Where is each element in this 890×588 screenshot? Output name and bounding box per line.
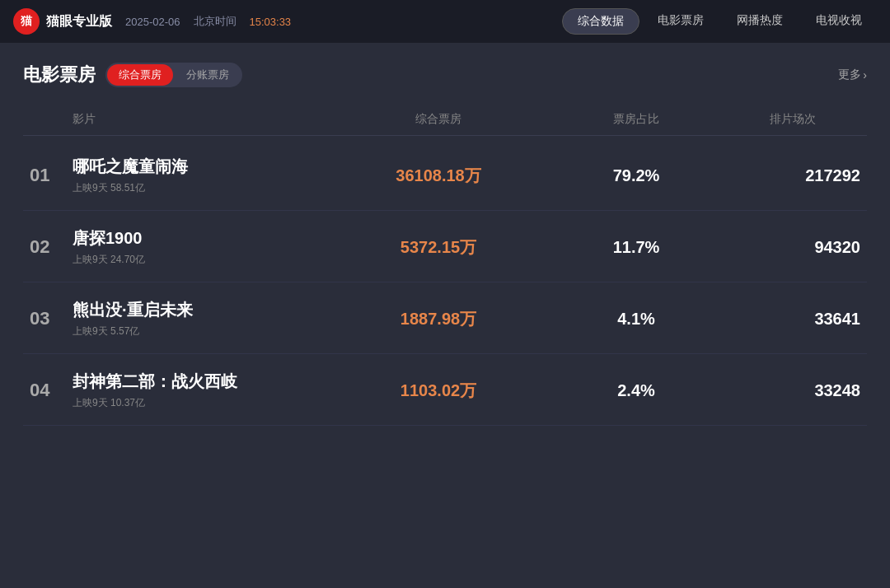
logo-icon: 猫 xyxy=(13,8,40,35)
box-office-3: 1887.98万 xyxy=(323,308,554,330)
box-office-4: 1103.02万 xyxy=(323,380,554,402)
film-info-3: 熊出没·重启未来 上映9天 5.57亿 xyxy=(73,299,323,338)
film-meta-1: 上映9天 58.51亿 xyxy=(73,181,323,195)
col-header-share: 票房占比 xyxy=(554,112,719,127)
more-link[interactable]: 更多 › xyxy=(838,68,867,82)
film-meta-2: 上映9天 24.70亿 xyxy=(73,253,323,267)
film-name-1: 哪吒之魔童闹海 xyxy=(73,156,323,178)
sessions-3: 33641 xyxy=(719,310,867,329)
sessions-2: 94320 xyxy=(719,238,867,257)
share-2: 11.7% xyxy=(554,238,719,257)
table-row: 01 哪吒之魔童闹海 上映9天 58.51亿 36108.18万 79.2% 2… xyxy=(23,139,867,211)
film-info-2: 唐探1900 上映9天 24.70亿 xyxy=(73,227,323,267)
film-name-4: 封神第二部：战火西岐 xyxy=(73,371,323,393)
film-meta-4: 上映9天 10.37亿 xyxy=(73,396,323,410)
share-3: 4.1% xyxy=(554,310,719,329)
nav-item-综合数据[interactable]: 综合数据 xyxy=(562,8,639,35)
col-header-rank xyxy=(23,112,73,127)
rank-3: 03 xyxy=(23,308,73,329)
nav-item-电影票房[interactable]: 电影票房 xyxy=(643,8,719,35)
main-content: 电影票房 综合票房 分账票房 更多 › 影片 综合票房 票房占比 排片场次 01… xyxy=(0,43,890,446)
rank-1: 01 xyxy=(23,165,73,186)
header-date: 2025-02-06 xyxy=(125,16,180,28)
box-office-1: 36108.18万 xyxy=(323,165,554,187)
col-header-film: 影片 xyxy=(73,112,323,127)
table-body: 01 哪吒之魔童闹海 上映9天 58.51亿 36108.18万 79.2% 2… xyxy=(23,139,867,426)
section-title-area: 电影票房 综合票房 分账票房 xyxy=(23,63,242,87)
tab-综合票房[interactable]: 综合票房 xyxy=(107,64,173,86)
rank-4: 04 xyxy=(23,380,73,401)
header-nav: 综合数据 电影票房 网播热度 电视收视 xyxy=(562,8,877,35)
header-time-prefix: 北京时间 xyxy=(194,14,237,29)
box-office-2: 5372.15万 xyxy=(323,236,554,259)
col-header-box-office: 综合票房 xyxy=(323,112,554,127)
sessions-1: 217292 xyxy=(719,166,867,185)
film-meta-3: 上映9天 5.57亿 xyxy=(73,324,323,338)
film-name-2: 唐探1900 xyxy=(73,227,323,250)
header-time-value: 15:03:33 xyxy=(250,16,292,28)
table-header: 影片 综合票房 票房占比 排片场次 xyxy=(23,104,867,136)
film-info-1: 哪吒之魔童闹海 上映9天 58.51亿 xyxy=(73,156,323,195)
nav-item-网播热度[interactable]: 网播热度 xyxy=(722,8,798,35)
tab-分账票房[interactable]: 分账票房 xyxy=(175,64,241,86)
section-header: 电影票房 综合票房 分账票房 更多 › xyxy=(23,63,867,87)
table-row: 04 封神第二部：战火西岐 上映9天 10.37亿 1103.02万 2.4% … xyxy=(23,354,867,426)
table-row: 03 熊出没·重启未来 上映9天 5.57亿 1887.98万 4.1% 336… xyxy=(23,282,867,354)
film-info-4: 封神第二部：战火西岐 上映9天 10.37亿 xyxy=(73,371,323,410)
section-title: 电影票房 xyxy=(23,63,96,87)
app-name: 猫眼专业版 xyxy=(46,13,112,30)
nav-item-电视收视[interactable]: 电视收视 xyxy=(801,8,877,35)
film-name-3: 熊出没·重启未来 xyxy=(73,299,323,321)
share-4: 2.4% xyxy=(554,381,719,400)
sessions-4: 33248 xyxy=(719,381,867,400)
col-header-sessions: 排片场次 xyxy=(719,112,867,127)
header: 猫 猫眼专业版 2025-02-06 北京时间 15:03:33 综合数据 电影… xyxy=(0,0,890,43)
share-1: 79.2% xyxy=(554,166,719,185)
rank-2: 02 xyxy=(23,236,73,258)
table-row: 02 唐探1900 上映9天 24.70亿 5372.15万 11.7% 943… xyxy=(23,211,867,282)
logo-area: 猫 猫眼专业版 xyxy=(13,8,112,35)
tab-group: 综合票房 分账票房 xyxy=(105,63,242,87)
